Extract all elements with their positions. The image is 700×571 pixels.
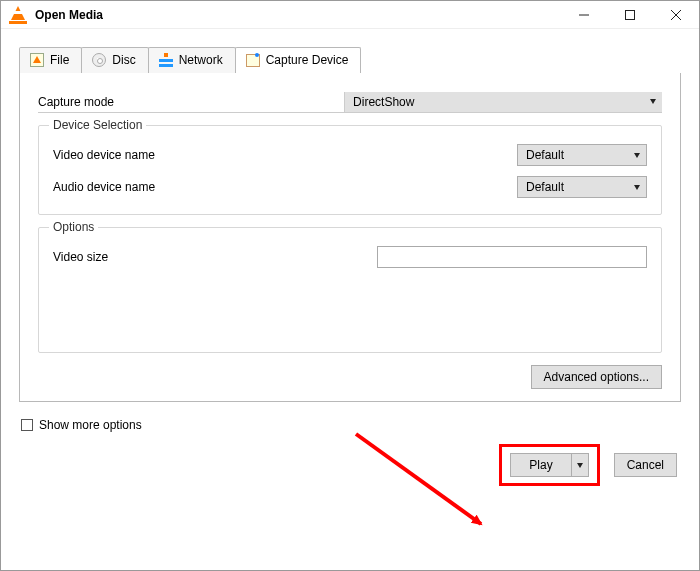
dialog-footer: Play Cancel bbox=[19, 440, 681, 498]
play-label: Play bbox=[529, 458, 552, 472]
play-button[interactable]: Play bbox=[510, 453, 571, 477]
capture-mode-select[interactable]: DirectShow bbox=[344, 92, 662, 112]
tab-label: Disc bbox=[112, 53, 135, 67]
tab-network[interactable]: Network bbox=[148, 47, 236, 73]
show-more-options-label: Show more options bbox=[39, 418, 142, 432]
tab-capture-device[interactable]: Capture Device bbox=[235, 47, 362, 73]
chevron-down-icon bbox=[577, 463, 583, 468]
vlc-logo-icon bbox=[9, 6, 27, 24]
chevron-down-icon bbox=[650, 99, 656, 104]
chevron-down-icon bbox=[634, 153, 640, 158]
minimize-button[interactable] bbox=[561, 1, 607, 29]
network-icon bbox=[159, 53, 173, 67]
open-media-window: Open Media File Disc Network bbox=[0, 0, 700, 571]
audio-device-value: Default bbox=[526, 180, 564, 194]
tabstrip: File Disc Network Capture Device bbox=[19, 47, 681, 73]
video-device-value: Default bbox=[526, 148, 564, 162]
show-more-options[interactable]: Show more options bbox=[21, 418, 681, 432]
options-group: Options Video size bbox=[38, 227, 662, 353]
video-size-label: Video size bbox=[53, 250, 108, 264]
file-icon bbox=[30, 53, 44, 67]
tab-file[interactable]: File bbox=[19, 47, 82, 73]
audio-device-select[interactable]: Default bbox=[517, 176, 647, 198]
window-title: Open Media bbox=[35, 8, 103, 22]
capture-device-icon bbox=[246, 53, 260, 67]
audio-device-label: Audio device name bbox=[53, 180, 155, 194]
options-legend: Options bbox=[49, 220, 98, 234]
capture-mode-row: Capture mode DirectShow bbox=[38, 91, 662, 113]
tab-disc[interactable]: Disc bbox=[81, 47, 148, 73]
video-size-input[interactable] bbox=[377, 246, 647, 268]
device-selection-legend: Device Selection bbox=[49, 118, 146, 132]
cancel-label: Cancel bbox=[627, 458, 664, 472]
close-button[interactable] bbox=[653, 1, 699, 29]
capture-mode-value: DirectShow bbox=[353, 95, 414, 109]
tab-label: Capture Device bbox=[266, 53, 349, 67]
video-device-label: Video device name bbox=[53, 148, 155, 162]
svg-rect-1 bbox=[626, 10, 635, 19]
cancel-button[interactable]: Cancel bbox=[614, 453, 677, 477]
client-area: File Disc Network Capture Device Capture… bbox=[1, 29, 699, 570]
tab-label: Network bbox=[179, 53, 223, 67]
capture-mode-label: Capture mode bbox=[38, 95, 114, 109]
video-device-select[interactable]: Default bbox=[517, 144, 647, 166]
device-selection-group: Device Selection Video device name Defau… bbox=[38, 125, 662, 215]
checkbox-icon bbox=[21, 419, 33, 431]
play-dropdown-button[interactable] bbox=[572, 453, 589, 477]
advanced-options-button[interactable]: Advanced options... bbox=[531, 365, 662, 389]
highlight-annotation: Play bbox=[499, 444, 599, 486]
tab-label: File bbox=[50, 53, 69, 67]
capture-panel: Capture mode DirectShow Device Selection… bbox=[19, 73, 681, 402]
maximize-button[interactable] bbox=[607, 1, 653, 29]
titlebar: Open Media bbox=[1, 1, 699, 29]
chevron-down-icon bbox=[634, 185, 640, 190]
advanced-options-label: Advanced options... bbox=[544, 370, 649, 384]
disc-icon bbox=[92, 53, 106, 67]
